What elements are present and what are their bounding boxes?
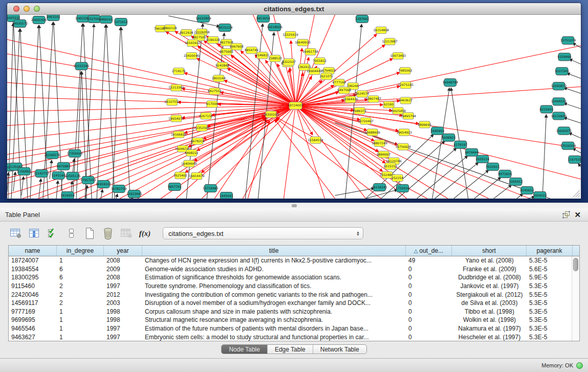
graph-node-label: 12213987: [382, 39, 398, 43]
network-window-titlebar[interactable]: citations_edges.txt: [7, 3, 581, 15]
table-row[interactable]: 1938455462009Genome-wide association stu…: [9, 265, 579, 274]
memory-ok-icon[interactable]: [576, 362, 583, 369]
cell-out_degree: 0: [406, 266, 452, 273]
apply-checks-icon[interactable]: [45, 226, 60, 240]
graph-node-label: 1605532: [7, 16, 20, 19]
close-panel-icon[interactable]: ✕: [572, 210, 583, 220]
network-window-title: citations_edges.txt: [264, 5, 324, 13]
graph-node-label: 9474444: [465, 150, 478, 154]
column-header-title[interactable]: title: [142, 246, 406, 256]
tab-network-table[interactable]: Network Table: [313, 345, 366, 354]
graph-node-label: 7986372: [353, 109, 366, 113]
table-scrollbar-thumb[interactable]: [573, 258, 578, 271]
graph-node-label: 16958107: [96, 182, 112, 186]
cell-pagerank: 5.3E-5: [527, 316, 573, 323]
cell-pagerank: 5.3E-5: [527, 334, 573, 341]
graph-node-label: 16409949: [181, 162, 197, 165]
cell-title: Investigating the contribution of common…: [142, 291, 406, 298]
citation-network-graph[interactable]: 1605532140355722069140620631021065328715…: [7, 15, 581, 199]
cell-name: 9463627: [9, 334, 57, 341]
graph-edge: [7, 105, 296, 168]
table-settings-icon[interactable]: [8, 226, 24, 240]
stepper-arrows-icon: ▲▼: [356, 231, 360, 236]
graph-node-label: 1145194: [52, 173, 66, 177]
cell-in_degree: 1: [57, 325, 104, 332]
graph-node-label: 18807249: [372, 141, 387, 145]
window-controls: [13, 6, 40, 12]
column-header-year[interactable]: year: [104, 246, 142, 256]
new-table-icon[interactable]: [82, 226, 97, 240]
function-builder-icon[interactable]: f(x): [137, 226, 153, 240]
table-row[interactable]: 977716911998Corpus callosum shape and si…: [9, 308, 579, 316]
cell-out_degree: 49: [406, 257, 452, 264]
table-row[interactable]: 1456911722003Disruption of a novel membe…: [9, 299, 579, 308]
status-bar: Memory: OK: [0, 358, 588, 372]
table-row[interactable]: 946362711997Embryonic stem cells: a mode…: [9, 333, 579, 341]
graph-node-label: 8860128: [163, 26, 177, 30]
graph-node-label: 13325419: [282, 33, 298, 36]
select-columns-icon[interactable]: [27, 226, 42, 240]
close-window-icon[interactable]: [13, 6, 19, 12]
graph-node-label: 19904448: [307, 69, 322, 73]
table-row[interactable]: 946554611997Estimation of the future num…: [9, 324, 579, 333]
graph-node-label: 19495794: [400, 114, 416, 118]
cell-year: 2008: [104, 257, 142, 264]
tab-edge-table[interactable]: Edge Table: [268, 345, 313, 354]
table-row[interactable]: 1872400712008Changes of HCN gene express…: [9, 256, 579, 265]
graph-node-label: 19654923: [396, 130, 412, 134]
cell-title: Tourette syndrome. Phenomenology and cla…: [142, 282, 406, 290]
graph-node-label: 16210643: [551, 114, 567, 118]
graph-edge: [56, 181, 58, 199]
network-table-selector[interactable]: citations_edges.txt ▲▼: [163, 227, 363, 239]
table-row[interactable]: 2242004622012Investigating the contribut…: [9, 290, 579, 299]
graph-edge: [7, 173, 8, 192]
column-header-short[interactable]: short: [452, 246, 527, 256]
cell-pagerank: 5.3E-5: [527, 257, 573, 264]
minimize-window-icon[interactable]: [24, 6, 30, 12]
column-header-name[interactable]: name: [9, 246, 57, 256]
graph-node-label: 9463627: [399, 98, 412, 102]
cell-in_degree: 2: [57, 291, 104, 298]
graph-node-label: 1362615: [297, 65, 311, 69]
graph-node-label: 8854749: [245, 48, 258, 52]
graph-node-label: 16120746: [386, 159, 402, 163]
table-row[interactable]: 969969511998Structural magnetic resonanc…: [9, 316, 579, 324]
cell-title: Corpus callosum shape and size in male p…: [142, 308, 406, 315]
column-header-label: name: [25, 247, 40, 254]
cell-short: de Silva et al. (2003): [452, 299, 527, 307]
merge-rows-icon[interactable]: [63, 226, 79, 240]
table-row[interactable]: 1830029562008Estimation of significance …: [9, 273, 579, 282]
graph-node-label: 12093872: [551, 84, 567, 87]
network-canvas[interactable]: 1605532140355722069140620631021065328715…: [7, 15, 581, 199]
column-header-in_degree[interactable]: in_degree: [57, 246, 104, 256]
graph-node-label: 12353504: [194, 126, 210, 129]
cell-pagerank: 5.3E-5: [527, 299, 573, 307]
cell-short: Franke et al. (2009): [452, 266, 527, 273]
column-header-out_degree[interactable]: △out_de...: [406, 246, 452, 256]
table-row[interactable]: 911546021997Tourette syndrome. Phenomeno…: [9, 282, 579, 291]
panel-splitter[interactable]: [0, 203, 588, 208]
column-header-pagerank[interactable]: pagerank: [527, 246, 573, 256]
window-resize-handle[interactable]: [573, 190, 580, 198]
cell-title: Structural magnetic resonance image aver…: [142, 316, 406, 323]
graph-edge: [39, 179, 41, 198]
graph-node-label: 18724007: [288, 103, 303, 107]
graph-node-label: 1733426: [396, 186, 409, 190]
cell-out_degree: 0: [406, 308, 452, 315]
graph-node-label: 6497568: [337, 88, 351, 92]
graph-node-label: 9227343: [555, 69, 569, 73]
vertical-scrollbar[interactable]: [572, 256, 579, 341]
graph-edge: [335, 188, 374, 195]
import-table-icon[interactable]: [119, 226, 134, 240]
graph-node-label: 19654975: [168, 117, 184, 120]
float-panel-icon[interactable]: [560, 210, 572, 220]
splitter-drag-handle-icon[interactable]: [292, 204, 297, 207]
graph-edge: [296, 105, 313, 135]
delete-table-icon[interactable]: [100, 226, 116, 240]
cell-title: Estimation of the future numbers of pati…: [142, 325, 406, 332]
tab-node-table[interactable]: Node Table: [222, 345, 268, 354]
cell-short: Stergiakouli et al. (2012): [452, 291, 527, 298]
graph-node-label: 12923445: [126, 192, 142, 195]
graph-node-label: 2967608: [230, 45, 244, 48]
zoom-window-icon[interactable]: [34, 6, 40, 12]
